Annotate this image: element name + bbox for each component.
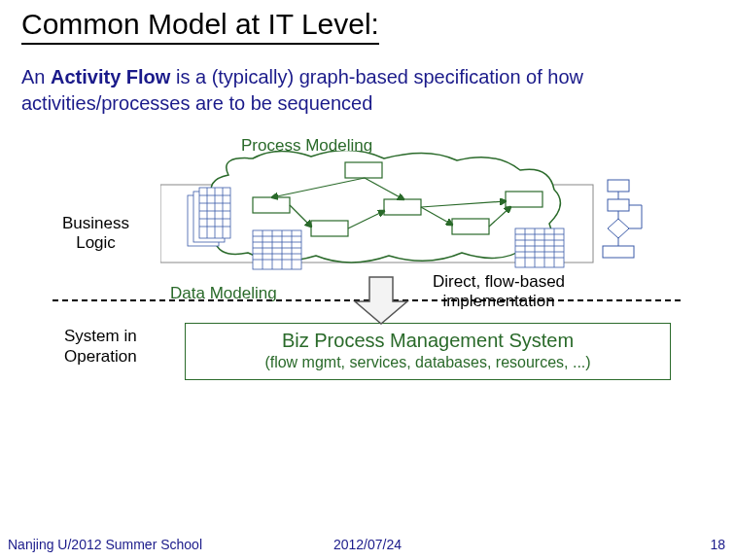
svg-rect-6 (506, 192, 542, 207)
business-logic-label: Business Logic (62, 214, 129, 254)
svg-rect-4 (384, 199, 421, 215)
bpm-subtitle: (flow mgmt, services, databases, resourc… (195, 354, 660, 371)
svg-rect-2 (253, 197, 290, 213)
diagram-svg (160, 151, 685, 326)
svg-rect-45 (608, 180, 629, 192)
svg-rect-46 (608, 199, 629, 211)
footer-page-number: 18 (710, 537, 725, 552)
svg-rect-1 (345, 162, 382, 178)
svg-rect-48 (603, 246, 634, 258)
system-operation-label: System in Operation (64, 326, 137, 368)
system-line1: System in (64, 327, 137, 345)
subtitle: An Activity Flow is a (typically) graph-… (21, 64, 714, 117)
subtitle-term: Activity Flow (51, 66, 170, 88)
svg-rect-3 (311, 221, 348, 236)
bpm-title: Biz Process Management System (195, 330, 660, 352)
business-logic-line1: Business (62, 214, 129, 232)
business-logic-line2: Logic (76, 233, 116, 252)
down-arrow-icon (355, 277, 407, 324)
subtitle-pre: An (21, 66, 51, 88)
svg-marker-47 (608, 219, 629, 238)
footer-date: 2012/07/24 (333, 537, 402, 552)
svg-rect-5 (452, 219, 489, 234)
page-title: Common Model at IT Level: (21, 8, 379, 45)
system-line2: Operation (64, 347, 137, 366)
footer-left: Nanjing U/2012 Summer School (8, 537, 202, 552)
diagram-graphics (160, 151, 685, 306)
diagram-area: Process Modeling Business Logic Data Mod… (0, 136, 735, 379)
bpm-system-box: Biz Process Management System (flow mgmt… (185, 323, 671, 380)
